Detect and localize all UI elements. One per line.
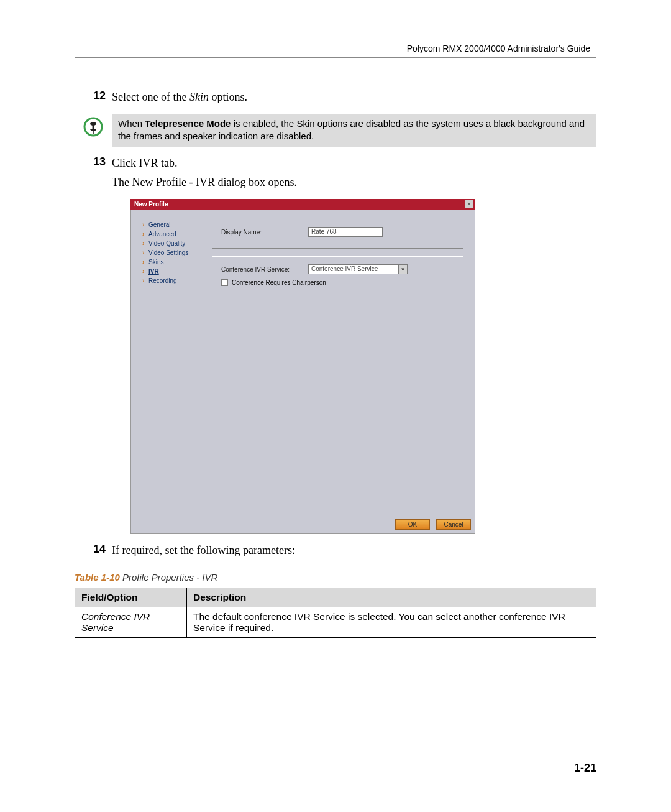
dialog-main: Display Name: Rate 768 Conference IVR Se… (212, 210, 475, 514)
requires-chairperson-label: Conference Requires Chairperson (232, 279, 326, 286)
sidebar-item-recording[interactable]: Recording (142, 277, 208, 284)
svg-rect-3 (93, 131, 94, 134)
dialog-footer: OK Cancel (130, 514, 475, 534)
requires-chairperson-checkbox[interactable] (221, 279, 228, 286)
sidebar-item-ivr[interactable]: IVR (142, 268, 208, 275)
dialog-sidebar: General Advanced Video Quality Video Set… (131, 210, 212, 514)
dialog-body: General Advanced Video Quality Video Set… (130, 210, 475, 514)
close-icon[interactable]: × (465, 200, 473, 208)
note-gutter (75, 114, 112, 137)
profile-properties-table: Field/Option Description Conference IVR … (75, 588, 596, 638)
table-cell-field: Conference IVR Service (75, 607, 187, 638)
step-number: 13 (75, 155, 112, 171)
note-box: When Telepresence Mode is enabled, the S… (112, 114, 596, 147)
step-number: 14 (75, 543, 112, 558)
dialog-titlebar: New Profile × (130, 199, 475, 210)
step-13: 13 Click IVR tab. (75, 155, 596, 171)
ivr-service-label: Conference IVR Service: (221, 266, 308, 273)
step-text: Click IVR tab. (112, 155, 178, 171)
chevron-down-icon[interactable]: ▼ (398, 265, 407, 274)
table-header-field: Field/Option (75, 588, 187, 607)
step-13-sub: The New Profile - IVR dialog box opens. (112, 175, 596, 190)
display-name-label: Display Name: (221, 229, 308, 236)
cancel-button[interactable]: Cancel (436, 519, 471, 530)
note: When Telepresence Mode is enabled, the S… (75, 114, 596, 147)
sidebar-item-video-quality[interactable]: Video Quality (142, 240, 208, 247)
sidebar-item-general[interactable]: General (142, 221, 208, 228)
step-14: 14 If required, set the following parame… (75, 543, 596, 558)
ivr-service-select[interactable]: Conference IVR Service ▼ (308, 264, 408, 274)
sidebar-item-advanced[interactable]: Advanced (142, 231, 208, 238)
header-rule (75, 57, 596, 58)
table-cell-description: The default conference IVR Service is se… (187, 607, 596, 638)
display-name-input[interactable]: Rate 768 (308, 227, 383, 237)
dialog-title-text: New Profile (134, 201, 168, 208)
sidebar-item-skins[interactable]: Skins (142, 259, 208, 265)
step-text: If required, set the following parameter… (112, 543, 295, 558)
table-header-description: Description (187, 588, 596, 607)
running-header: Polycom RMX 2000/4000 Administrator's Gu… (75, 44, 596, 57)
display-name-panel: Display Name: Rate 768 (212, 219, 463, 249)
step-12: 12 Select one of the Skin options. (75, 90, 596, 105)
step-text: Select one of the Skin options. (112, 90, 247, 105)
step-number: 12 (75, 90, 112, 105)
ok-button[interactable]: OK (395, 519, 430, 530)
dialog-new-profile: New Profile × General Advanced Video Qua… (130, 199, 475, 534)
ivr-panel: Conference IVR Service: Conference IVR S… (212, 256, 463, 486)
sidebar-item-video-settings[interactable]: Video Settings (142, 249, 208, 256)
table-caption: Table 1-10 Profile Properties - IVR (75, 572, 596, 583)
table-row: Conference IVR Service The default confe… (75, 607, 596, 638)
pushpin-icon (83, 116, 104, 137)
page-number: 1-21 (574, 762, 596, 775)
svg-rect-2 (93, 124, 94, 129)
